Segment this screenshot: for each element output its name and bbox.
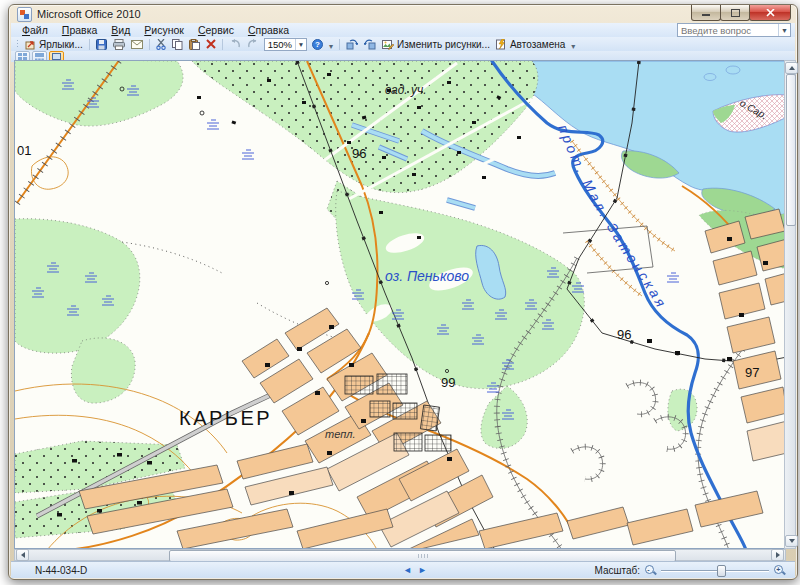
next-picture-button[interactable]: ► — [418, 565, 427, 575]
zoom-slider[interactable] — [661, 565, 769, 575]
edit-picture-icon — [382, 39, 394, 50]
zoom-value: 150% — [265, 39, 295, 50]
paste-icon[interactable] — [187, 38, 202, 50]
zoom-in-icon[interactable]: + — [774, 565, 785, 576]
map-canvas[interactable]: сад. уч. 96 01 оз. Пеньково 96 99 97 КАР… — [14, 60, 786, 549]
label-lake: оз. Пеньково — [385, 268, 469, 284]
menu-file[interactable]: Файл — [15, 24, 55, 36]
autocorrect-icon — [496, 39, 507, 50]
chevron-down-icon[interactable]: ▼ — [778, 24, 790, 36]
label-99: 99 — [441, 375, 455, 390]
svg-text:?: ? — [315, 40, 320, 49]
menu-edit[interactable]: Правка — [55, 24, 104, 36]
label-garden: сад. уч. — [385, 83, 427, 97]
toolbar-overflow-icon[interactable]: ▾ — [329, 42, 333, 51]
toolbar-grip[interactable] — [16, 39, 19, 49]
rotate-left-icon[interactable] — [344, 38, 360, 50]
copy-icon[interactable] — [170, 38, 185, 50]
menu-view[interactable]: Вид — [104, 24, 137, 36]
title-bar[interactable]: Microsoft Office 2010 — [9, 5, 797, 23]
toolbar-overflow2-icon[interactable]: ▾ — [571, 42, 575, 51]
cut-icon[interactable] — [154, 38, 168, 50]
toolbar: Ярлыки... 150% ▼ ? ▾ Изменить рисунки...… — [11, 37, 795, 52]
label-01: 01 — [17, 143, 31, 158]
mail-icon[interactable] — [129, 38, 145, 50]
zoom-select[interactable]: 150% ▼ — [264, 38, 307, 51]
delete-icon[interactable] — [204, 38, 218, 50]
scroll-left-icon[interactable] — [16, 549, 29, 561]
vertical-scrollbar[interactable] — [784, 60, 796, 549]
label-97: 97 — [745, 365, 759, 380]
autocorrect-button[interactable]: Автозамена — [494, 38, 567, 50]
save-icon[interactable] — [94, 38, 109, 50]
redo-icon[interactable] — [245, 38, 261, 50]
menu-picture[interactable]: Рисунок — [137, 24, 191, 36]
vertical-scroll-thumb[interactable] — [786, 74, 796, 226]
menu-help[interactable]: Справка — [241, 24, 296, 36]
undo-icon[interactable] — [227, 38, 243, 50]
help-icon[interactable]: ? — [310, 38, 325, 50]
scroll-down-icon[interactable] — [785, 535, 798, 547]
question-input[interactable] — [678, 25, 778, 36]
topo-map: сад. уч. 96 01 оз. Пеньково 96 99 97 КАР… — [15, 61, 786, 549]
horizontal-scrollbar[interactable] — [14, 549, 786, 561]
print-icon[interactable] — [111, 38, 127, 50]
shortcuts-button[interactable]: Ярлыки... — [23, 38, 85, 50]
scale-label: Масштаб: — [594, 565, 640, 576]
question-box[interactable]: ▼ — [677, 23, 791, 37]
sheet-code: N-44-034-D — [35, 565, 87, 576]
maximize-button[interactable] — [720, 5, 750, 21]
scroll-up-icon[interactable] — [785, 62, 798, 74]
rotate-right-icon[interactable] — [362, 38, 378, 50]
label-96b: 96 — [617, 327, 631, 342]
app-window: Microsoft Office 2010 Файл Правка Вид Ри… — [8, 4, 798, 580]
label-96a: 96 — [352, 146, 366, 161]
label-town: КАРЬЕР — [179, 407, 272, 429]
status-bar: N-44-034-D ◄ ► Масштаб: - + — [11, 561, 795, 578]
edit-pictures-button[interactable]: Изменить рисунки... — [380, 38, 492, 50]
window-title: Microsoft Office 2010 — [37, 8, 141, 20]
shortcut-icon — [25, 39, 36, 50]
zoom-slider-thumb[interactable] — [717, 565, 726, 577]
previous-picture-button[interactable]: ◄ — [403, 565, 412, 575]
menu-bar: Файл Правка Вид Рисунок Сервис Справка ▼ — [11, 23, 795, 38]
zoom-dropdown-icon[interactable]: ▼ — [295, 39, 306, 50]
close-button[interactable] — [749, 5, 791, 21]
minimize-button[interactable] — [691, 5, 721, 21]
scroll-right-icon[interactable] — [771, 549, 784, 561]
menu-tools[interactable]: Сервис — [191, 24, 241, 36]
app-icon — [17, 7, 32, 22]
label-greenhouse: тепл. — [325, 428, 356, 440]
zoom-out-icon[interactable]: - — [645, 565, 656, 576]
